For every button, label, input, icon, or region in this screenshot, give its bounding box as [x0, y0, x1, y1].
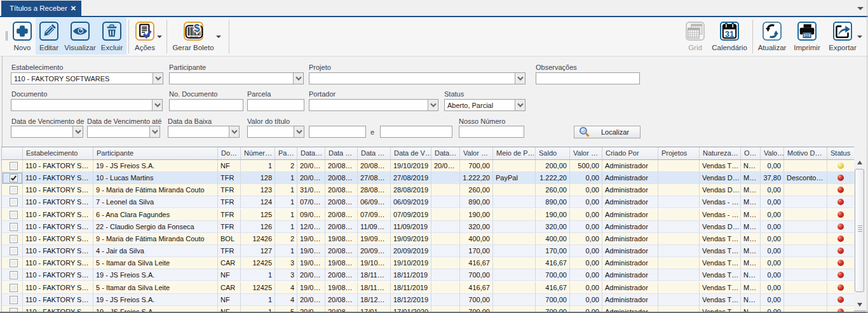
svg-text:$: $	[194, 22, 200, 34]
svg-text:001293: 001293	[190, 36, 198, 38]
svg-text:31: 31	[725, 29, 734, 39]
